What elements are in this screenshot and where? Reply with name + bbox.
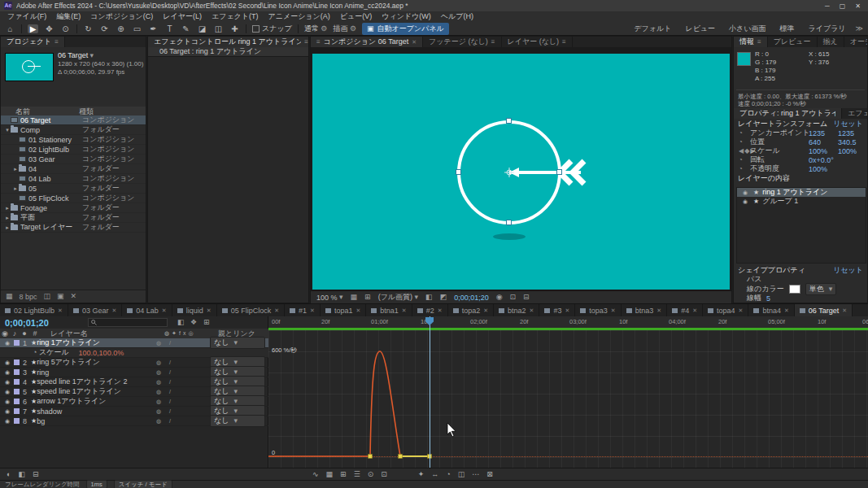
home-icon[interactable]: ⌂	[5, 24, 15, 33]
ease-out-icon[interactable]: ⊠	[486, 470, 493, 478]
clone-stamp-tool-icon[interactable]: ◪	[197, 24, 207, 33]
path-vertex-handle[interactable]	[456, 170, 460, 174]
close-tab-icon[interactable]: ✕	[611, 307, 616, 314]
menu-edit[interactable]: 編集(E)	[51, 11, 85, 22]
path-vertex-handle[interactable]	[507, 119, 511, 123]
layer-switches[interactable]: ◍ /	[156, 369, 210, 376]
overflow-chevron-icon[interactable]: ≫	[856, 25, 863, 33]
value-x[interactable]: 1235	[809, 129, 838, 137]
close-tab-icon[interactable]: ✕	[162, 307, 167, 314]
selection-tool-icon[interactable]: ▶	[28, 24, 38, 33]
layer-row[interactable]: ◉8★bg◍ /なし▾	[0, 416, 268, 426]
timeline-tab[interactable]: #4✕	[667, 304, 703, 317]
composition-canvas[interactable]	[312, 54, 730, 290]
close-tab-icon[interactable]: ✕	[739, 307, 744, 314]
label-color-chip[interactable]	[14, 408, 20, 414]
composition-mini-flowchart-icon[interactable]: ◧	[177, 319, 185, 326]
timeline-tab[interactable]: #3✕	[539, 304, 575, 317]
eye-icon[interactable]: ◉	[2, 359, 12, 366]
timeline-tab[interactable]: 02 LightBulb✕	[0, 304, 68, 317]
fit-selection-icon[interactable]: ⊡	[381, 470, 387, 478]
workspace-small-screen[interactable]: 小さい画面	[725, 24, 770, 34]
separate-dimensions-icon[interactable]: ✦	[418, 470, 425, 478]
menu-window[interactable]: ウィンドウ(W)	[377, 11, 436, 22]
new-composition-icon[interactable]: ▣	[57, 293, 64, 300]
panel-menu-icon[interactable]: ≡	[757, 37, 761, 47]
current-timecode[interactable]: 0;00;01;20	[5, 318, 49, 328]
transform-reset-link[interactable]: リセット	[833, 119, 863, 129]
eye-icon[interactable]: ◉	[2, 379, 12, 386]
label-color-chip[interactable]	[14, 399, 20, 404]
close-tab-icon[interactable]: ✕	[58, 307, 63, 314]
timeline-tab[interactable]: btna2✕	[494, 304, 539, 317]
workspace-default[interactable]: デフォルト	[630, 24, 675, 34]
contents-item-group[interactable]: ◉ ★ グループ 1	[737, 197, 866, 206]
pen-tool-icon[interactable]: ✒	[148, 24, 159, 33]
exposure-icon[interactable]: ⊟	[523, 294, 530, 301]
timeline-tab[interactable]: topa2✕	[448, 304, 494, 317]
workspace-review[interactable]: レビュー	[681, 24, 719, 34]
timeline-tab[interactable]: 03 Gear✕	[68, 304, 122, 317]
hand-tool-icon[interactable]: ✥	[44, 24, 55, 33]
auto-open-panels-button[interactable]: ▣自動オープンパネル	[362, 23, 449, 35]
eye-icon[interactable]: ◉	[2, 408, 12, 415]
tab-audio[interactable]: オーデ≫	[844, 37, 867, 47]
tab-effects-presets[interactable]: エフェクト&プリ≫	[842, 108, 867, 119]
timeline-tab[interactable]: #2✕	[412, 304, 448, 317]
pan-behind-tool-icon[interactable]: ⊕	[116, 24, 126, 33]
time-ruler[interactable]: 00f 20f 01;00f 10f 02;00f 20f 03;00f 10f…	[268, 316, 868, 329]
gear-icon[interactable]: ⚙	[350, 25, 356, 33]
timeline-tab[interactable]: topa4✕	[703, 304, 748, 317]
label-color-chip[interactable]	[14, 418, 20, 424]
value-y[interactable]: 340.5	[838, 138, 867, 146]
workspace-libraries[interactable]: ライブラリ	[805, 24, 850, 34]
value-x[interactable]: 640	[809, 138, 838, 146]
tab-composition[interactable]: ≡コンポジション 06 Target✕	[311, 37, 423, 47]
close-tab-icon[interactable]: ✕	[565, 307, 569, 314]
close-tab-icon[interactable]: ✕	[784, 307, 789, 314]
eye-icon[interactable]: ◉	[2, 418, 12, 425]
tab-project[interactable]: プロジェクト≡	[1, 37, 65, 47]
channel-icon[interactable]: ⊡	[510, 294, 517, 301]
value[interactable]: 100%	[809, 165, 838, 173]
eye-icon[interactable]: ◉	[2, 340, 12, 346]
rotation-tool-icon[interactable]: ⟳	[99, 24, 110, 33]
orbit-tool-icon[interactable]: ↻	[83, 24, 94, 33]
speed-graph[interactable]: 600 %/秒 0	[268, 330, 868, 468]
expander-closed-icon[interactable]: ▸	[4, 224, 11, 231]
close-tab-icon[interactable]: ✕	[207, 307, 212, 314]
zoom-tool-icon[interactable]: ⊙	[60, 24, 71, 33]
zoom-dropdown[interactable]: 100 % ▾	[316, 294, 343, 302]
puppet-pin-tool-icon[interactable]: ✚	[229, 24, 240, 33]
ease-in-icon[interactable]: ⋯	[472, 470, 479, 478]
auto-zoom-graph-icon[interactable]: ⊙	[368, 470, 374, 478]
close-tab-icon[interactable]: ✕	[656, 307, 661, 314]
stroke-type-dropdown[interactable]: 単色▾	[805, 283, 837, 295]
type-tool-icon[interactable]: T	[164, 24, 175, 33]
graph-type-icon[interactable]: ∿	[312, 470, 319, 478]
current-time-indicator[interactable]	[430, 316, 430, 468]
close-tab-icon[interactable]: ✕	[530, 307, 534, 314]
draft-3d-icon[interactable]: ❖	[190, 319, 197, 326]
expander-open-icon[interactable]: ▾	[4, 127, 11, 133]
maximize-icon[interactable]: ▢	[840, 2, 846, 10]
scale-value[interactable]: 100.0,100.0%	[79, 349, 124, 357]
graph-editor-area[interactable]: 00f 20f 01;00f 10f 02;00f 20f 03;00f 10f…	[268, 316, 868, 468]
stopwatch-icon[interactable]: ◔	[739, 156, 750, 163]
panel-menu-icon[interactable]: ≡	[55, 37, 59, 47]
auto-bezier-icon[interactable]: ◔	[446, 470, 450, 478]
value[interactable]: 0x+0.0°	[809, 156, 838, 164]
stroke-color-swatch[interactable]	[789, 285, 800, 294]
layer-switches[interactable]: ◍ /	[156, 408, 210, 415]
tab-align[interactable]: 揃え	[818, 37, 844, 47]
expander-closed-icon[interactable]: ▸	[4, 205, 11, 211]
close-tab-icon[interactable]: ✕	[438, 307, 443, 314]
mask-visibility-icon[interactable]: ⊞	[364, 294, 371, 301]
eye-column-icon[interactable]: ◉	[0, 329, 10, 338]
path-vertex-handle[interactable]	[507, 220, 511, 224]
eye-icon[interactable]: ◉	[2, 369, 12, 376]
close-tab-icon[interactable]: ✕	[274, 307, 279, 314]
stopwatch-icon[interactable]: ◔	[33, 349, 37, 356]
stopwatch-icon[interactable]: ◔	[739, 129, 750, 137]
layer-switches[interactable]: ◍ /	[156, 379, 210, 386]
